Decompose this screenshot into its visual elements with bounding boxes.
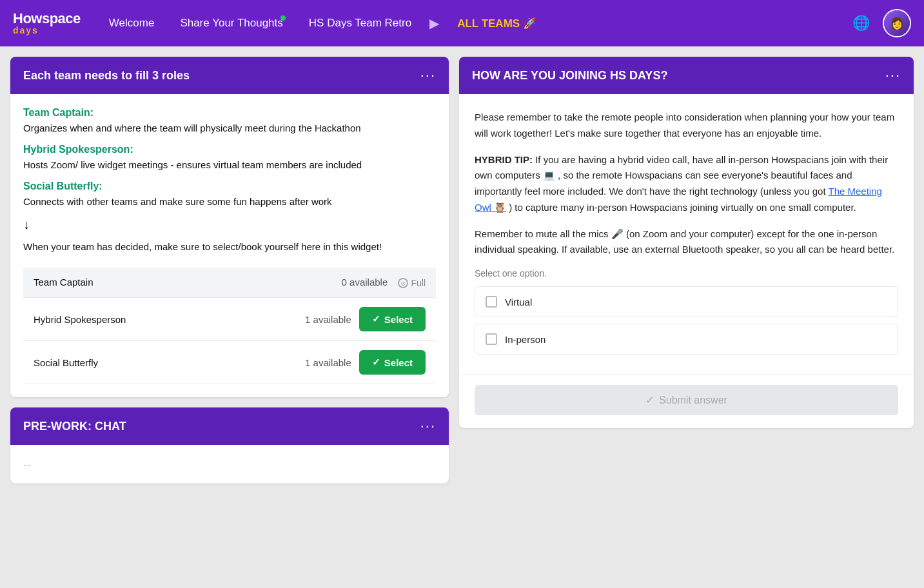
nav-share-thoughts[interactable]: Share Your Thoughts xyxy=(170,12,293,35)
table-row: Team Captain 0 available ⊘ Full xyxy=(23,268,436,298)
team-captain-label: Team Captain: xyxy=(23,107,436,119)
left-panel: Each team needs to fill 3 roles ··· Team… xyxy=(10,57,449,578)
submit-label: Submit answer xyxy=(659,395,727,406)
prework-chat-menu[interactable]: ··· xyxy=(420,418,436,435)
hybrid-tip-suffix: ) to capture many in-person Howspacians … xyxy=(506,202,856,213)
roles-card-title: Each team needs to fill 3 roles xyxy=(23,69,190,83)
select-checkmark-icon-2: ✓ xyxy=(372,357,380,368)
logo-days: days xyxy=(13,26,81,35)
virtual-checkbox[interactable] xyxy=(486,296,497,308)
team-captain-desc: Organizes when and where the team will p… xyxy=(23,122,436,133)
hybrid-tip-para: HYBRID TIP: If you are having a hybrid v… xyxy=(475,152,898,216)
joining-card-menu[interactable]: ··· xyxy=(885,67,901,84)
notification-dot xyxy=(280,15,286,21)
select-social-button[interactable]: ✓ Select xyxy=(359,350,426,375)
avatar-image: 👩 xyxy=(884,10,910,36)
joining-para1: Please remember to take the remote peopl… xyxy=(475,110,898,142)
joining-card: HOW ARE YOU JOINING HS DAYS? ··· Please … xyxy=(459,57,914,428)
role-avail-captain: 0 available ⊘ Full xyxy=(207,268,436,298)
table-row: Hybrid Spokesperson 1 available ✓ Select xyxy=(23,298,436,341)
main-content: Each team needs to fill 3 roles ··· Team… xyxy=(0,46,924,588)
logo-howspace: Howspace xyxy=(13,12,81,26)
prework-chat-header: PRE-WORK: CHAT ··· xyxy=(10,407,449,445)
hybrid-desc: Hosts Zoom/ live widget meetings - ensur… xyxy=(23,159,436,170)
select-checkmark-icon: ✓ xyxy=(372,313,380,325)
joining-card-title: HOW ARE YOU JOINING HS DAYS? xyxy=(472,69,667,83)
roles-card: Each team needs to fill 3 roles ··· Team… xyxy=(10,57,449,397)
prework-chat-body: ... xyxy=(10,445,449,484)
hybrid-tip-text: If you are having a hybrid video call, h… xyxy=(475,154,888,197)
submit-answer-button[interactable]: ✓ Submit answer xyxy=(475,385,898,415)
when-text: When your team has decided, make sure to… xyxy=(23,240,436,255)
submit-checkmark-icon: ✓ xyxy=(645,394,654,406)
nav-hs-retro[interactable]: HS Days Team Retro xyxy=(299,12,422,35)
virtual-label: Virtual xyxy=(505,297,532,308)
prework-chat-card: PRE-WORK: CHAT ··· ... xyxy=(10,407,449,484)
role-name-captain: Team Captain xyxy=(23,268,207,298)
hybrid-label: Hybrid Spokesperson: xyxy=(23,144,436,155)
nav-welcome[interactable]: Welcome xyxy=(99,12,165,35)
roles-card-body: Team Captain: Organizes when and where t… xyxy=(10,94,449,397)
joining-card-header: HOW ARE YOU JOINING HS DAYS? ··· xyxy=(459,57,914,94)
table-row: Social Butterfly 1 available ✓ Select xyxy=(23,341,436,384)
inperson-checkbox[interactable] xyxy=(486,333,497,345)
roles-card-header: Each team needs to fill 3 roles ··· xyxy=(10,57,449,94)
option-inperson[interactable]: In-person xyxy=(475,324,898,355)
select-hybrid-button[interactable]: ✓ Select xyxy=(359,307,426,331)
roles-table: Team Captain 0 available ⊘ Full Hybrid S… xyxy=(23,268,436,385)
inperson-label: In-person xyxy=(505,334,546,345)
down-arrow: ↓ xyxy=(23,217,436,232)
select-one-label: Select one option. xyxy=(475,268,898,279)
social-desc: Connects with other teams and make sure … xyxy=(23,196,436,207)
right-panel: HOW ARE YOU JOINING HS DAYS? ··· Please … xyxy=(459,57,914,578)
mute-para: Remember to mute all the mics 🎤 (on Zoom… xyxy=(475,226,898,259)
full-circle-icon: ⊘ xyxy=(398,278,408,288)
prework-chat-title: PRE-WORK: CHAT xyxy=(23,420,126,433)
roles-card-menu[interactable]: ··· xyxy=(420,67,436,84)
social-label: Social Butterfly: xyxy=(23,181,436,192)
submit-area: ✓ Submit answer xyxy=(459,374,914,428)
chat-preview-text: ... xyxy=(23,458,31,468)
joining-card-body: Please remember to take the remote peopl… xyxy=(459,94,914,374)
hybrid-tip-bold: HYBRID TIP: xyxy=(475,154,533,165)
option-virtual[interactable]: Virtual xyxy=(475,286,898,317)
nav-all-teams[interactable]: ALL TEAMS 🚀 xyxy=(447,12,547,35)
navbar: Howspace days Welcome Share Your Thought… xyxy=(0,0,924,46)
globe-icon[interactable]: 🌐 xyxy=(852,15,870,32)
role-name-social: Social Butterfly xyxy=(23,341,207,384)
role-name-hybrid: Hybrid Spokesperson xyxy=(23,298,207,341)
role-avail-social: 1 available ✓ Select xyxy=(207,341,436,384)
logo[interactable]: Howspace days xyxy=(13,12,81,35)
avatar[interactable]: 👩 xyxy=(883,9,911,37)
full-badge: ⊘ Full xyxy=(398,278,426,288)
role-avail-hybrid: 1 available ✓ Select xyxy=(207,298,436,340)
nav-arrow-separator: ▶ xyxy=(429,15,439,31)
